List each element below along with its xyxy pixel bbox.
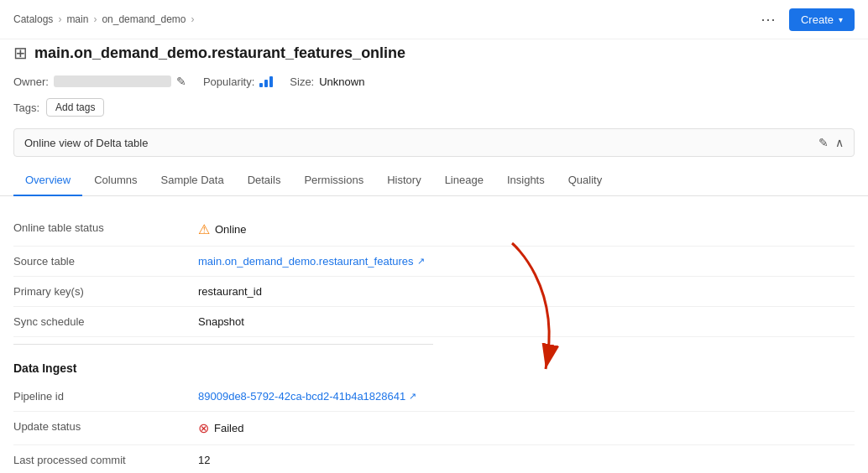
source-table-label: Source table — [13, 255, 198, 268]
tab-details[interactable]: Details — [236, 165, 293, 196]
popularity-bars — [259, 75, 273, 87]
online-table-status-label: Online table status — [13, 221, 198, 234]
add-tags-button[interactable]: Add tags — [46, 98, 104, 117]
owner-placeholder — [54, 75, 171, 87]
create-button[interactable]: Create ▾ — [789, 8, 855, 31]
breadcrumb-main[interactable]: main — [66, 13, 88, 25]
last-processed-commit-value: 12 — [198, 454, 855, 466]
source-table-value: main.on_demand_demo.restaurant_features … — [198, 255, 855, 268]
sync-schedule-label: Sync schedule — [13, 315, 198, 328]
external-link-icon: ↗ — [417, 256, 425, 267]
sync-schedule-value: Snapshot — [198, 315, 855, 328]
online-table-status-value: ⚠ Online — [198, 221, 855, 237]
collapse-delta-icon[interactable]: ∧ — [835, 136, 844, 149]
online-status-text: Online — [215, 223, 247, 236]
pipeline-id-label: Pipeline id — [13, 390, 198, 403]
fail-icon: ⊗ — [198, 420, 209, 436]
sync-schedule-row: Sync schedule Snapshot — [13, 307, 855, 337]
more-options-button[interactable]: ⋯ — [754, 7, 782, 32]
size-value: Unknown — [319, 75, 364, 88]
online-table-status-row: Online table status ⚠ Online — [13, 213, 855, 247]
primary-keys-row: Primary key(s) restaurant_id — [13, 277, 855, 307]
delta-banner-text: Online view of Delta table — [24, 137, 148, 149]
section-divider — [13, 344, 433, 345]
create-chevron-icon: ▾ — [839, 15, 843, 24]
tags-label: Tags: — [13, 101, 39, 114]
tab-sample-data[interactable]: Sample Data — [149, 165, 235, 196]
pipeline-id-row: Pipeline id 89009de8-5792-42ca-bcd2-41b4… — [13, 382, 855, 412]
size-label: Size: — [290, 75, 314, 88]
popularity-label: Popularity: — [203, 75, 254, 88]
tab-permissions[interactable]: Permissions — [292, 165, 375, 196]
tab-lineage[interactable]: Lineage — [433, 165, 495, 196]
primary-keys-value: restaurant_id — [198, 285, 855, 298]
breadcrumb-on-demand-demo[interactable]: on_demand_demo — [102, 13, 186, 25]
edit-delta-icon[interactable]: ✎ — [818, 136, 829, 149]
tab-columns[interactable]: Columns — [82, 165, 149, 196]
update-status-value: ⊗ Failed — [198, 420, 855, 436]
create-label: Create — [801, 13, 834, 26]
tab-quality[interactable]: Quality — [557, 165, 614, 196]
source-table-link[interactable]: main.on_demand_demo.restaurant_features … — [198, 255, 425, 268]
primary-keys-label: Primary key(s) — [13, 285, 198, 298]
pipeline-external-link-icon: ↗ — [409, 391, 416, 402]
source-table-row: Source table main.on_demand_demo.restaur… — [13, 247, 855, 277]
table-icon: ⊞ — [13, 43, 28, 63]
edit-owner-icon[interactable]: ✎ — [176, 75, 186, 88]
breadcrumb-sep-1: › — [58, 13, 61, 25]
warn-icon: ⚠ — [198, 221, 210, 237]
tab-insights[interactable]: Insights — [495, 165, 557, 196]
last-processed-commit-label: Last processed commit — [13, 454, 198, 466]
update-status-row: Update status ⊗ Failed — [13, 412, 855, 445]
pipeline-id-link[interactable]: 89009de8-5792-42ca-bcd2-41b4a1828641 ↗ — [198, 390, 416, 403]
data-ingest-header: Data Ingest — [13, 361, 855, 375]
tab-overview[interactable]: Overview — [13, 165, 82, 196]
page-title: main.on_demand_demo.restaurant_features_… — [34, 44, 405, 62]
tab-history[interactable]: History — [375, 165, 432, 196]
breadcrumb-catalogs[interactable]: Catalogs — [13, 13, 53, 25]
owner-label: Owner: — [13, 75, 49, 88]
breadcrumb-sep-2: › — [93, 13, 97, 25]
pipeline-id-value: 89009de8-5792-42ca-bcd2-41b4a1828641 ↗ — [198, 390, 855, 403]
last-processed-commit-row: Last processed commit 12 — [13, 445, 855, 473]
breadcrumb: Catalogs › main › on_demand_demo › — [13, 13, 194, 25]
breadcrumb-sep-3: › — [191, 13, 194, 25]
update-status-label: Update status — [13, 420, 198, 433]
